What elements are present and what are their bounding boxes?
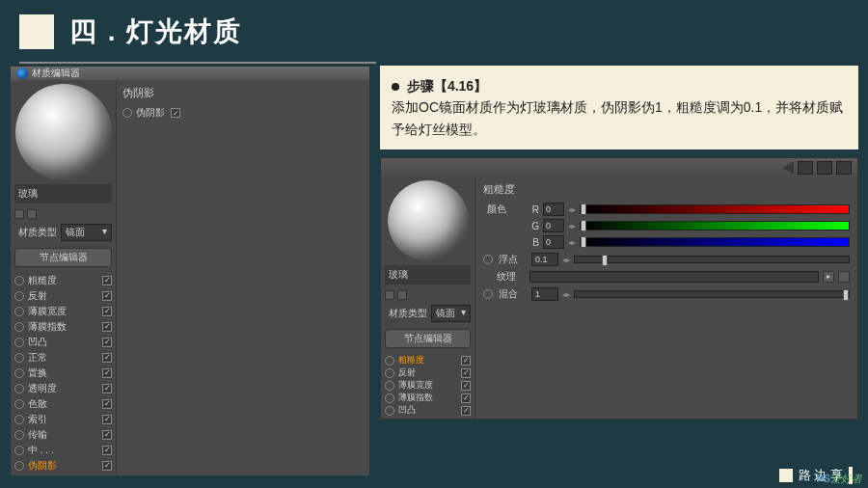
footer-square-icon <box>779 469 793 482</box>
material-name-field[interactable]: 玻璃 <box>385 265 471 285</box>
property-checkbox[interactable] <box>102 353 112 363</box>
toolbar-button[interactable] <box>836 161 852 175</box>
texture-slot[interactable] <box>529 271 819 283</box>
float-row: 浮点 0.1 ◂▸ <box>483 253 850 266</box>
toolbar-button[interactable] <box>817 161 832 175</box>
property-label: 凹凸 <box>398 404 461 417</box>
spinner-icon[interactable]: ◂▸ <box>568 222 576 230</box>
property-label: 薄膜指数 <box>28 320 102 334</box>
preview-nav-icons[interactable] <box>11 207 116 221</box>
property-row[interactable]: 正常 <box>14 350 112 366</box>
ring-icon <box>385 368 394 378</box>
property-checkbox[interactable] <box>102 307 112 316</box>
property-row[interactable]: 传输 <box>14 427 112 443</box>
texture-browse-button[interactable]: ▸ <box>823 271 834 283</box>
channel-b-label: B <box>528 237 539 248</box>
mix-slider[interactable] <box>574 290 850 298</box>
ring-icon <box>385 406 394 416</box>
property-row[interactable]: 粗糙度 <box>14 273 112 288</box>
property-checkbox[interactable] <box>102 384 112 393</box>
property-list: 粗糙度 反射 薄膜宽度 薄膜指数 凹凸 正常 置换 透明度 色散 索引 传输 中… <box>11 271 116 475</box>
property-checkbox[interactable] <box>102 430 112 440</box>
bullet-icon <box>392 83 399 91</box>
g-slider[interactable] <box>580 221 850 230</box>
property-label: 凹凸 <box>28 336 102 349</box>
b-slider[interactable] <box>580 237 850 247</box>
header-underline <box>19 62 376 64</box>
property-label: 透明度 <box>28 382 102 395</box>
property-checkbox[interactable] <box>461 393 471 403</box>
property-checkbox[interactable] <box>461 381 471 391</box>
color-b-row: B 0 ◂▸ <box>483 235 850 249</box>
property-row[interactable]: 凹凸 <box>385 404 471 417</box>
material-editor-left: 材质编辑器 玻璃 材质类型 镜面▾ 节点编辑器 粗糙度 反射 薄膜宽度 <box>10 66 370 459</box>
property-checkbox[interactable] <box>461 368 471 378</box>
property-label: 粗糙度 <box>28 274 102 287</box>
property-row[interactable]: 置换 <box>14 366 112 381</box>
material-type-row[interactable]: 材质类型 镜面▾ <box>381 302 475 325</box>
fake-shadow-checkbox[interactable] <box>171 108 180 118</box>
spinner-icon[interactable]: ◂▸ <box>562 290 570 299</box>
app-icon <box>16 68 28 79</box>
material-type-row[interactable]: 材质类型 镜面▾ <box>11 221 116 244</box>
section-title: 粗糙度 <box>483 182 850 197</box>
property-row[interactable]: 薄膜宽度 <box>385 379 471 392</box>
slide-title: 四 . 灯光材质 <box>69 14 242 50</box>
r-value-input[interactable]: 0 <box>543 203 564 216</box>
mix-value-input[interactable]: 1 <box>531 287 558 301</box>
node-editor-button[interactable]: 节点编辑器 <box>385 329 471 348</box>
property-label: 正常 <box>28 351 102 365</box>
mix-label: 混合 <box>499 287 528 301</box>
ring-icon <box>14 276 24 285</box>
property-row[interactable]: 薄膜宽度 <box>14 304 112 319</box>
g-value-input[interactable]: 0 <box>543 219 564 232</box>
property-label: 传输 <box>28 428 102 442</box>
property-checkbox[interactable] <box>102 368 112 378</box>
property-checkbox[interactable] <box>461 406 471 416</box>
ring-icon <box>14 368 24 378</box>
property-checkbox[interactable] <box>102 461 112 471</box>
property-checkbox[interactable] <box>102 338 112 347</box>
toolbar-button[interactable] <box>798 161 813 175</box>
r-slider[interactable] <box>580 204 850 214</box>
property-label: 反射 <box>28 289 102 303</box>
texture-clear-button[interactable] <box>838 271 850 283</box>
material-type-select[interactable]: 镜面▾ <box>61 224 112 241</box>
back-icon[interactable] <box>782 161 794 175</box>
property-checkbox[interactable] <box>102 291 112 301</box>
float-value-input[interactable]: 0.1 <box>531 253 558 266</box>
property-row[interactable]: 反射 <box>14 288 112 304</box>
fake-shadow-toggle-row[interactable]: 伪阴影 <box>122 104 364 122</box>
property-row[interactable]: 伪阴影 <box>14 458 112 474</box>
property-row[interactable]: 薄膜指数 <box>385 392 471 404</box>
property-checkbox[interactable] <box>461 356 471 366</box>
property-checkbox[interactable] <box>102 276 112 285</box>
property-checkbox[interactable] <box>102 399 112 409</box>
spinner-icon[interactable]: ◂▸ <box>568 205 576 214</box>
spinner-icon[interactable]: ◂▸ <box>568 238 576 247</box>
property-checkbox[interactable] <box>102 446 112 455</box>
b-value-input[interactable]: 0 <box>543 235 564 249</box>
property-checkbox[interactable] <box>102 415 112 424</box>
float-slider[interactable] <box>574 256 850 263</box>
channel-r-label: R <box>528 204 539 215</box>
window-title-bar[interactable]: 材质编辑器 <box>11 67 369 80</box>
property-row[interactable]: 凹凸 <box>14 335 112 350</box>
property-row[interactable]: 中 . . . <box>14 443 112 458</box>
property-row[interactable]: 透明度 <box>14 381 112 396</box>
property-row[interactable]: 色散 <box>14 396 112 412</box>
material-type-label: 材质类型 <box>389 307 427 320</box>
property-checkbox[interactable] <box>102 322 112 332</box>
property-row[interactable]: 反射 <box>385 366 471 379</box>
material-name-field[interactable]: 玻璃 <box>14 184 112 203</box>
material-type-select[interactable]: 镜面▾ <box>431 305 471 322</box>
ring-icon <box>385 393 394 403</box>
property-row[interactable]: 索引 <box>14 412 112 427</box>
node-editor-button[interactable]: 节点编辑器 <box>14 248 112 267</box>
property-label: 索引 <box>28 413 102 426</box>
spinner-icon[interactable]: ◂▸ <box>562 256 570 264</box>
property-row[interactable]: 薄膜指数 <box>14 319 112 335</box>
property-row[interactable]: 粗糙度 <box>385 354 471 366</box>
preview-nav-icons[interactable] <box>381 288 475 302</box>
sidebar: 玻璃 材质类型 镜面▾ 节点编辑器 粗糙度 反射 薄膜宽度 薄膜指数 凹凸 <box>11 80 117 475</box>
